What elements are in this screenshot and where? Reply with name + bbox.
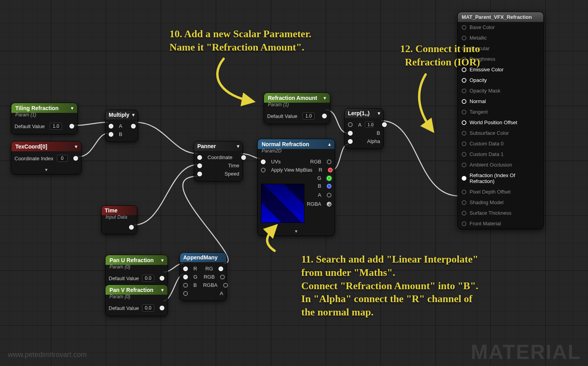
node-lerp[interactable]: Lerp(1,,) ▾ A 1.0 B Alpha bbox=[344, 108, 384, 149]
default-value-input[interactable]: 1.0 bbox=[302, 112, 315, 120]
node-multiply[interactable]: Multiply ▾ A B bbox=[105, 110, 138, 142]
node-pan-v-refraction[interactable]: Pan V Refraction ▾ Param (0) Default Val… bbox=[105, 284, 168, 316]
output-pin-g[interactable] bbox=[327, 176, 331, 181]
pin-icon[interactable] bbox=[462, 67, 466, 72]
input-pin-mipbias[interactable] bbox=[261, 168, 266, 172]
node-refraction-amount[interactable]: Refraction Amount ▾ Param (1) Default Va… bbox=[264, 92, 330, 124]
output-pin-a[interactable] bbox=[327, 193, 331, 197]
default-value-input[interactable]: 0.0 bbox=[142, 275, 154, 282]
default-value-input[interactable]: 0.0 bbox=[142, 304, 154, 312]
label-b: B bbox=[318, 183, 321, 189]
output-pin-rgb[interactable] bbox=[220, 275, 225, 279]
output-pin-r[interactable] bbox=[328, 168, 333, 172]
pin-icon bbox=[462, 211, 466, 216]
label-rgba: RGBA bbox=[203, 282, 218, 288]
label-coord: Coordinate bbox=[208, 154, 233, 160]
pin-label: Ambient Occlusion bbox=[470, 162, 512, 168]
chevron-down-icon[interactable]: ▾ bbox=[132, 112, 135, 118]
chevron-down-icon[interactable]: ▾ bbox=[237, 143, 239, 149]
pin-label: Specular bbox=[470, 45, 490, 51]
input-pin-speed[interactable] bbox=[197, 172, 202, 176]
node-panner[interactable]: Panner ▾ Coordinate Time Speed bbox=[194, 141, 243, 181]
output-pin[interactable] bbox=[382, 122, 387, 127]
node-texcoord[interactable]: TexCoord[0] ▾ Coordinate Index 0 ▾ bbox=[11, 141, 82, 174]
output-pin[interactable] bbox=[160, 276, 164, 281]
input-pin-a[interactable] bbox=[183, 291, 188, 296]
input-pin-time[interactable] bbox=[197, 163, 202, 168]
pin-icon[interactable] bbox=[462, 99, 466, 104]
node-subtitle: Param (0) bbox=[106, 264, 167, 271]
node-subtitle: Param (1) bbox=[264, 102, 330, 109]
pin-label: Custom Data 0 bbox=[470, 141, 504, 147]
node-normal-refraction[interactable]: Normal Refraction ▴ Param2D UVs RGB Appl… bbox=[257, 139, 335, 236]
output-pin-b[interactable] bbox=[327, 184, 331, 188]
output-pin-rg[interactable] bbox=[218, 266, 223, 271]
chevron-down-icon[interactable]: ▾ bbox=[71, 105, 73, 111]
pin-label: Roughness bbox=[470, 56, 495, 62]
output-pin[interactable] bbox=[129, 225, 134, 230]
material-pin-emissive-color[interactable]: Emissive Color bbox=[458, 64, 543, 75]
pin-icon[interactable] bbox=[462, 78, 466, 83]
pin-icon bbox=[462, 89, 466, 93]
pin-icon bbox=[462, 46, 466, 51]
pin-icon[interactable] bbox=[462, 120, 466, 125]
node-title: Normal Refraction bbox=[262, 141, 309, 147]
node-subtitle: Param (1) bbox=[11, 112, 77, 119]
expand-toggle[interactable]: ▾ bbox=[11, 166, 81, 174]
output-pin[interactable] bbox=[69, 124, 74, 129]
expand-toggle[interactable]: ▾ bbox=[258, 228, 335, 236]
a-value[interactable]: 1.0 bbox=[365, 121, 373, 128]
coord-index-input[interactable]: 0 bbox=[57, 155, 68, 162]
material-pin-roughness: Roughness bbox=[458, 54, 543, 64]
input-pin-coord[interactable] bbox=[197, 155, 202, 160]
material-pin-world-position-offset[interactable]: World Position Offset bbox=[458, 117, 543, 128]
node-tiling-refraction[interactable]: Tiling Refraction ▾ Param (1) Default Va… bbox=[11, 103, 78, 134]
pin-label: World Position Offset bbox=[470, 120, 517, 125]
node-title: TexCoord[0] bbox=[15, 143, 47, 150]
chevron-down-icon[interactable]: ▾ bbox=[161, 257, 164, 263]
chevron-down-icon[interactable]: ▾ bbox=[75, 144, 77, 149]
material-output-panel[interactable]: MAT_Parent_VFX_Refraction Base ColorMeta… bbox=[457, 12, 544, 229]
label-r: R bbox=[193, 266, 197, 272]
input-pin-b[interactable] bbox=[348, 131, 353, 136]
chevron-down-icon[interactable]: ▾ bbox=[324, 95, 326, 101]
material-pin-refraction-index-of-refraction-[interactable]: Refraction (Index Of Refraction) bbox=[458, 170, 543, 187]
input-pin-alpha[interactable] bbox=[348, 139, 353, 144]
input-pin-r[interactable] bbox=[183, 266, 188, 271]
node-title: AppendMany bbox=[183, 254, 218, 261]
output-pin[interactable] bbox=[131, 124, 136, 129]
material-pin-opacity[interactable]: Opacity bbox=[458, 75, 543, 85]
pin-icon bbox=[462, 25, 466, 30]
label-a: A bbox=[358, 122, 362, 128]
output-pin[interactable] bbox=[73, 156, 78, 161]
output-pin-rgba[interactable] bbox=[327, 202, 331, 207]
input-pin-b[interactable] bbox=[183, 283, 188, 288]
material-pin-shading-model: Shading Model bbox=[458, 197, 543, 208]
output-pin[interactable] bbox=[160, 306, 164, 310]
node-time[interactable]: Time Input Data bbox=[101, 205, 137, 234]
material-title: MAT_Parent_VFX_Refraction bbox=[462, 14, 532, 20]
output-pin[interactable] bbox=[322, 114, 327, 118]
coord-index-label: Coordinate Index bbox=[15, 156, 53, 161]
node-appendmany[interactable]: AppendMany R RG G RGB B RGBA A bbox=[180, 252, 227, 301]
pin-icon bbox=[462, 221, 466, 226]
output-pin-rgb[interactable] bbox=[327, 159, 331, 164]
node-pan-u-refraction[interactable]: Pan U Refraction ▾ Param (0) Default Val… bbox=[105, 255, 168, 286]
input-pin-b[interactable] bbox=[109, 132, 113, 137]
output-pin[interactable] bbox=[241, 155, 246, 160]
input-pin-uvs[interactable] bbox=[261, 159, 266, 164]
default-value-input[interactable]: 1.0 bbox=[50, 123, 62, 130]
label-g: G bbox=[317, 175, 321, 181]
chevron-down-icon[interactable]: ▾ bbox=[161, 287, 164, 293]
input-pin-a[interactable] bbox=[348, 122, 353, 127]
chevron-up-icon[interactable]: ▴ bbox=[328, 141, 331, 147]
input-pin-a[interactable] bbox=[109, 124, 113, 129]
output-pin-rgba[interactable] bbox=[223, 283, 228, 288]
pin-icon[interactable] bbox=[462, 176, 466, 181]
input-pin-g[interactable] bbox=[183, 275, 188, 279]
chevron-down-icon[interactable]: ▾ bbox=[378, 111, 380, 116]
label-rgb: RGB bbox=[204, 274, 215, 280]
node-subtitle: Param2D bbox=[258, 148, 335, 155]
material-pin-normal[interactable]: Normal bbox=[458, 96, 543, 107]
pin-icon bbox=[462, 57, 466, 62]
